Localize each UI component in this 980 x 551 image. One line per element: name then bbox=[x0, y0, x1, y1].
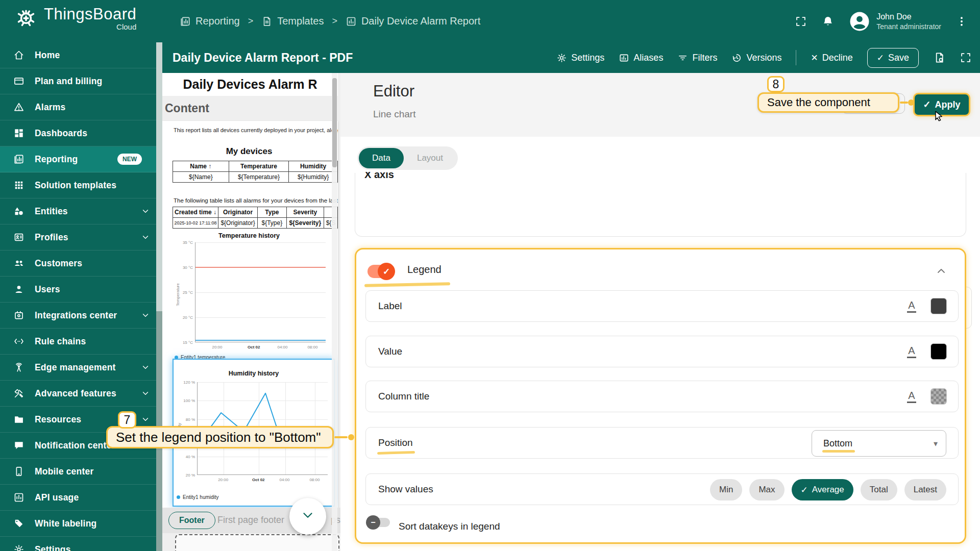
breadcrumb-label: Templates bbox=[277, 15, 324, 27]
table-cell: ${Originator} bbox=[218, 218, 258, 229]
aliases-button[interactable]: Aliases bbox=[619, 53, 663, 63]
kebab-icon[interactable] bbox=[955, 15, 968, 28]
tab-layout[interactable]: Layout bbox=[404, 148, 456, 168]
sidebar-item-integrations-center[interactable]: Integrations center bbox=[0, 303, 162, 329]
bell-icon[interactable] bbox=[821, 15, 835, 28]
sidebar-item-entities[interactable]: Entities bbox=[0, 198, 162, 224]
sidebar-item-reporting[interactable]: ReportingNEW bbox=[0, 146, 162, 172]
fullscreen-icon[interactable] bbox=[960, 52, 972, 64]
bar-chart-icon bbox=[346, 16, 357, 27]
sidebar-item-edge-management[interactable]: Edge management bbox=[0, 355, 162, 381]
color-swatch[interactable] bbox=[930, 343, 947, 360]
table-cell: ${Type} bbox=[258, 218, 286, 229]
check-icon: ✓ bbox=[877, 53, 884, 63]
thingsboard-brand[interactable]: ThingsBoard Cloud bbox=[14, 5, 136, 31]
preview-page[interactable]: This report lists all devices currently … bbox=[162, 121, 338, 508]
color-swatch[interactable] bbox=[930, 298, 947, 314]
sidebar-item-settings[interactable]: Settings bbox=[0, 537, 162, 551]
preview-table: Name ↑TemperatureHumidity${Name}${Temper… bbox=[173, 161, 338, 183]
fullscreen-icon[interactable] bbox=[795, 15, 807, 28]
position-dropdown[interactable]: Bottom ▾ bbox=[812, 430, 946, 457]
footer-chip[interactable]: Footer bbox=[168, 512, 215, 529]
sidebar-item-profiles[interactable]: Profiles bbox=[0, 224, 162, 251]
chevron-down-icon[interactable] bbox=[141, 311, 150, 320]
user-role: Tenant administrator bbox=[876, 22, 941, 31]
sidebar-item-label: Advanced features bbox=[35, 388, 155, 399]
tab-data[interactable]: Data bbox=[359, 148, 404, 168]
footer-drop-zone[interactable] bbox=[175, 534, 339, 551]
chevron-down-icon[interactable] bbox=[141, 389, 150, 398]
settings-button[interactable]: Settings bbox=[556, 53, 604, 63]
preview-scrollbar-thumb[interactable] bbox=[332, 78, 337, 167]
filters-button[interactable]: Filters bbox=[677, 53, 717, 63]
position-marker-underline bbox=[377, 451, 415, 455]
sidebar-item-home[interactable]: Home bbox=[0, 42, 162, 68]
x-tick-label: 20:00 bbox=[218, 478, 228, 482]
chip-latest[interactable]: Latest bbox=[904, 479, 946, 500]
chip-total[interactable]: Total bbox=[861, 479, 897, 500]
folder-icon bbox=[13, 414, 24, 425]
chip-max[interactable]: Max bbox=[749, 479, 784, 500]
position-value-marker-underline bbox=[822, 450, 855, 453]
check-icon: ✓ bbox=[923, 99, 930, 110]
sidebar-item-white-labeling[interactable]: White labeling bbox=[0, 511, 162, 537]
chip-min[interactable]: Min bbox=[710, 479, 742, 500]
versions-button[interactable]: Versions bbox=[731, 53, 781, 63]
x-tick-label: 04:00 bbox=[278, 345, 288, 349]
show-values-label: Show values bbox=[378, 484, 433, 495]
legend-toggle[interactable]: ✓ bbox=[368, 263, 395, 280]
user-menu[interactable]: John Doe Tenant administrator bbox=[849, 11, 941, 32]
collapse-fab-button[interactable] bbox=[289, 498, 326, 535]
chevron-down-icon[interactable] bbox=[141, 207, 150, 216]
export-pdf-icon[interactable] bbox=[933, 52, 945, 64]
sidebar-item-alarms[interactable]: Alarms bbox=[0, 94, 162, 120]
font-settings-icon[interactable]: A bbox=[907, 300, 916, 313]
chevron-down-icon[interactable] bbox=[141, 363, 150, 372]
field-label: Column title bbox=[378, 391, 429, 402]
credit-card-icon bbox=[13, 76, 24, 87]
sidebar-item-rule-chains[interactable]: Rule chains bbox=[0, 329, 162, 355]
sort-datakeys-toggle[interactable]: − bbox=[366, 515, 391, 530]
table-header: Created time ↓ bbox=[173, 207, 218, 218]
reporting-icon bbox=[13, 154, 24, 165]
breadcrumb: Reporting>Templates>Daily Device Alarm R… bbox=[180, 0, 480, 42]
sidebar-list: HomePlan and billingAlarmsDashboardsRepo… bbox=[0, 42, 162, 551]
mouse-cursor-icon bbox=[933, 110, 945, 124]
phone-icon bbox=[13, 466, 24, 477]
report-toolbar: Daily Device Alarm Report - PDF Settings… bbox=[162, 42, 980, 73]
font-settings-icon[interactable]: A bbox=[907, 390, 916, 403]
decline-button[interactable]: ✕ Decline bbox=[811, 53, 852, 63]
toolbar-button-label: Versions bbox=[746, 53, 781, 63]
sidebar-item-label: Plan and billing bbox=[35, 76, 155, 87]
sidebar-item-mobile-center[interactable]: Mobile center bbox=[0, 459, 162, 485]
breadcrumb-label: Daily Device Alarm Report bbox=[361, 15, 480, 27]
chevron-up-icon[interactable] bbox=[935, 265, 947, 279]
sidebar-item-advanced-features[interactable]: Advanced features bbox=[0, 381, 162, 407]
chip-average[interactable]: ✓Average bbox=[792, 479, 853, 500]
format-controls: A bbox=[907, 388, 947, 405]
sidebar-item-plan-and-billing[interactable]: Plan and billing bbox=[0, 68, 162, 94]
breadcrumb-item-daily-device-alarm-report[interactable]: Daily Device Alarm Report bbox=[346, 15, 480, 27]
chevron-down-icon[interactable] bbox=[141, 233, 150, 242]
y-tick-label: 100 % bbox=[183, 398, 195, 403]
bell-icon bbox=[821, 15, 835, 28]
sidebar-item-solution-templates[interactable]: Solution templates bbox=[0, 172, 162, 198]
sidebar-item-customers[interactable]: Customers bbox=[0, 251, 162, 277]
sidebar-item-dashboards[interactable]: Dashboards bbox=[0, 120, 162, 146]
breadcrumb-item-templates[interactable]: Templates bbox=[261, 15, 324, 27]
sidebar-item-api-usage[interactable]: API usage bbox=[0, 485, 162, 511]
table-header: Temperature bbox=[229, 161, 289, 172]
color-swatch[interactable] bbox=[930, 388, 947, 405]
table-header: Humidity bbox=[289, 161, 338, 172]
sidebar-item-users[interactable]: Users bbox=[0, 277, 162, 303]
y-tick-label: 120 % bbox=[183, 380, 195, 385]
sidebar: HomePlan and billingAlarmsDashboardsRepo… bbox=[0, 42, 162, 551]
toolbar-divider bbox=[796, 50, 796, 65]
step-8-callout: Save the component bbox=[757, 92, 899, 113]
breadcrumb-item-reporting[interactable]: Reporting bbox=[180, 15, 240, 27]
chevron-down-icon[interactable] bbox=[141, 415, 150, 424]
font-settings-icon[interactable]: A bbox=[907, 345, 916, 358]
sidebar-item-label: Home bbox=[35, 50, 155, 61]
sidebar-item-label: Reporting bbox=[35, 154, 107, 165]
save-button[interactable]: ✓ Save bbox=[867, 48, 919, 68]
